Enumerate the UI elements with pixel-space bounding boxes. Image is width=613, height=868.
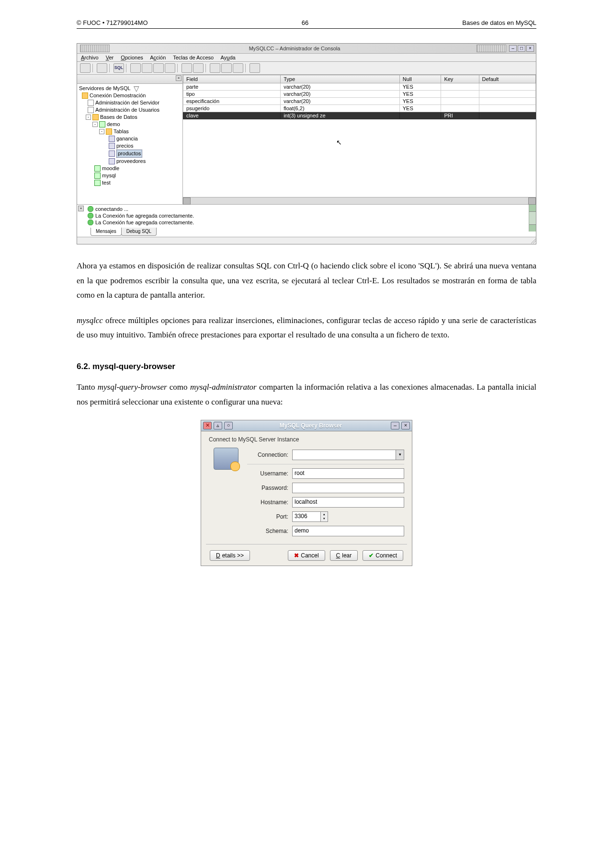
tree-close-icon[interactable]: × <box>176 75 182 81</box>
qb-button-row: Details >> ✖Cancel Clear ✔Connect <box>209 548 404 563</box>
menu-archivo[interactable]: AArchivorchivo <box>81 55 99 60</box>
emph-admin: mysql-administrator <box>190 382 257 392</box>
toolbar-btn-6[interactable] <box>153 63 164 73</box>
connect-button[interactable]: ✔Connect <box>363 550 403 561</box>
toolbar-btn-5[interactable] <box>142 63 152 73</box>
toolbar-btn-11[interactable] <box>221 63 232 73</box>
tab-debug-sql[interactable]: Debug SQL <box>121 228 157 236</box>
page-number: 66 <box>302 19 308 26</box>
table-row[interactable]: psugeridofloat(6,2)YES <box>183 105 536 112</box>
qb-body: Connect to MySQL Server Instance Connect… <box>201 431 412 566</box>
qb-titlebar[interactable]: ✕ ▵ ○ MySQL Query Browser – × <box>201 420 412 431</box>
schema-input[interactable]: demo <box>292 526 404 536</box>
qb-shade-icon[interactable]: ▵ <box>214 422 222 429</box>
row-schema: Schema: demo <box>247 525 404 537</box>
maximize-button[interactable]: □ <box>518 45 525 52</box>
info-icon <box>88 220 93 225</box>
folder-icon <box>106 128 112 135</box>
scroll-left-icon[interactable] <box>183 197 191 205</box>
col-key[interactable]: Key <box>441 75 479 83</box>
horizontal-scrollbar[interactable] <box>183 197 536 204</box>
header-left: © FUOC • 71Z799014MO <box>77 19 148 26</box>
username-input[interactable]: root <box>292 468 404 479</box>
tree-table-ganancia[interactable]: ganancia <box>79 135 181 142</box>
spinner-icon[interactable]: ▴▾ <box>321 511 328 522</box>
toolbar-btn-8[interactable] <box>182 63 192 73</box>
table-row[interactable]: partevarchar(20)YES <box>183 83 536 91</box>
resize-grip-icon[interactable] <box>529 237 536 243</box>
col-type[interactable]: Type <box>281 75 400 83</box>
qb-close-icon[interactable]: ✕ <box>203 422 212 429</box>
row-password: Password: <box>247 482 404 494</box>
details-button[interactable]: Details >> <box>210 550 250 561</box>
minimize-button[interactable]: – <box>509 45 517 52</box>
connection-icon <box>82 93 88 99</box>
mysqlcc-screenshot: MySQLCC – Administrador de Consola – □ ×… <box>77 43 536 244</box>
vertical-scrollbar[interactable] <box>529 205 536 231</box>
expand-icon[interactable]: - <box>86 115 91 120</box>
menu-ver[interactable]: Ver <box>106 55 114 60</box>
col-null[interactable]: Null <box>399 75 441 83</box>
col-default[interactable]: Default <box>479 75 535 83</box>
window-titlebar[interactable]: MySQLCC – Administrador de Consola – □ × <box>77 44 536 54</box>
toolbar-btn-7[interactable] <box>165 63 175 73</box>
menu-teclas[interactable]: Teclas de Acceso <box>173 55 214 60</box>
tree-content: Servidores de MySQL▽ Conexión Demostraci… <box>77 84 182 187</box>
tree-table-precios[interactable]: precios <box>79 142 181 150</box>
emph-qb: mysql-query-browser <box>98 382 167 392</box>
info-icon <box>88 206 93 212</box>
titlebar-gripper-left <box>80 45 110 52</box>
port-input[interactable]: 3306 <box>292 511 321 522</box>
toolbar-refresh-icon[interactable] <box>97 63 107 73</box>
qb-min-icon[interactable]: ○ <box>224 422 233 429</box>
dropdown-icon[interactable]: ▾ <box>396 450 404 460</box>
col-field[interactable]: Field <box>183 75 281 83</box>
connection-input[interactable] <box>292 450 396 460</box>
tree-bases-datos[interactable]: -Bases de Datos <box>79 114 181 121</box>
tab-mensajes[interactable]: Mensajes <box>91 228 122 236</box>
mysql-logo-icon <box>214 448 238 470</box>
separator <box>206 544 407 544</box>
tree-adm-usuarios[interactable]: Administración de Usuarios <box>79 106 181 114</box>
header-right: Bases de datos en MySQL <box>462 19 536 26</box>
paragraph-2: mysqlcc ofrece múltiples opciones para r… <box>77 313 536 343</box>
row-username: Username: root <box>247 467 404 480</box>
tree-adm-servidor[interactable]: Administración del Servidor <box>79 99 181 106</box>
tree-db-mysql[interactable]: mysql <box>79 172 181 179</box>
expand-icon[interactable]: - <box>92 122 98 127</box>
clear-button[interactable]: Clear <box>330 550 358 561</box>
tree-root[interactable]: Servidores de MySQL▽ <box>79 85 181 92</box>
toolbar-btn-12[interactable] <box>233 63 243 73</box>
tree-db-test[interactable]: test <box>79 179 181 186</box>
toolbar-btn-9[interactable] <box>193 63 204 73</box>
table-row[interactable]: tipovarchar(20)YES <box>183 91 536 98</box>
menu-ayuda[interactable]: Ayuda <box>221 55 236 60</box>
toolbar-btn-13[interactable] <box>250 63 260 73</box>
tree-table-productos[interactable]: productos <box>79 150 181 158</box>
table-row[interactable]: especificaciónvarchar(20)YES <box>183 98 536 105</box>
table-row-selected[interactable]: claveint(3) unsigned zePRI <box>183 112 536 119</box>
expand-icon[interactable]: - <box>99 129 104 134</box>
close-button[interactable]: × <box>526 45 534 52</box>
menu-accion[interactable]: Acción <box>150 55 166 60</box>
tree-db-demo[interactable]: -demo <box>79 121 181 128</box>
row-port: Port: 3306 ▴▾ <box>247 510 404 523</box>
password-input[interactable] <box>292 483 404 493</box>
menu-opciones[interactable]: Opciones <box>121 55 143 60</box>
toolbar-btn-4[interactable] <box>130 63 141 73</box>
hostname-input[interactable]: localhost <box>292 497 404 508</box>
scroll-right-icon[interactable] <box>528 197 536 205</box>
tree-db-moodle[interactable]: moodle <box>79 165 181 172</box>
qb-title: MySQL Query Browser <box>233 422 389 429</box>
tree-tablas[interactable]: -Tablas <box>79 128 181 135</box>
toolbar-sql-button[interactable]: SQL <box>114 63 124 73</box>
qb-min2-icon[interactable]: – <box>391 422 399 429</box>
toolbar-btn-1[interactable] <box>80 63 91 73</box>
tree-connection[interactable]: Conexión Demostración <box>79 92 181 99</box>
tree-table-proveedores[interactable]: proveedores <box>79 158 181 165</box>
paragraph-3: Tanto mysql-query-browser como mysql-adm… <box>77 380 536 409</box>
cancel-button[interactable]: ✖Cancel <box>288 550 325 561</box>
qb-max-icon[interactable]: × <box>401 422 410 429</box>
messages-close-icon[interactable]: × <box>78 206 84 211</box>
toolbar-btn-10[interactable] <box>210 63 220 73</box>
